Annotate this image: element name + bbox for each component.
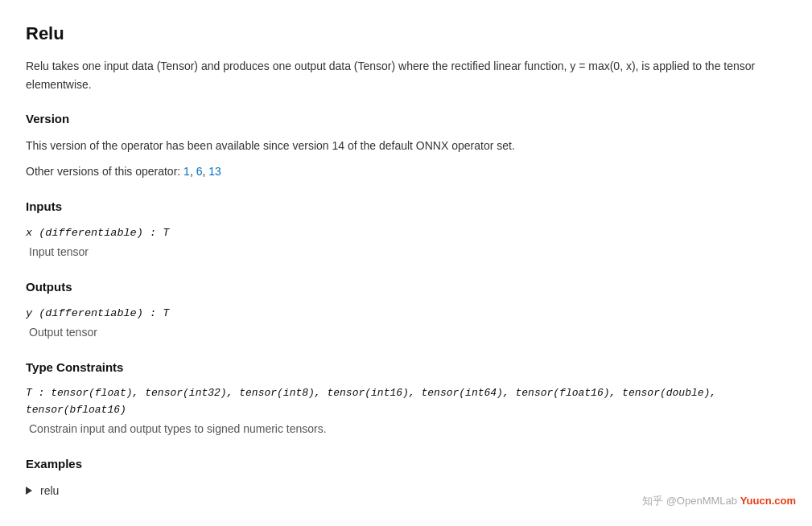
type-constraints-heading: Type Constraints — [26, 358, 786, 377]
page-title: Relu — [26, 19, 786, 47]
output-item: y (differentiable) : T Output tensor — [26, 305, 786, 342]
outputs-section: Outputs y (differentiable) : T Output te… — [26, 277, 786, 342]
description-text: Relu takes one input data (Tensor) and p… — [26, 57, 786, 93]
other-versions: Other versions of this operator: 1, 6, 1… — [26, 162, 786, 180]
output-description: Output tensor — [26, 323, 786, 341]
version-link-1[interactable]: 1 — [183, 165, 190, 178]
type-constraints-section: Type Constraints T : tensor(float), tens… — [26, 358, 786, 438]
type-constraint-item: T : tensor(float), tensor(int32), tensor… — [26, 385, 786, 438]
input-signature: x (differentiable) : T — [26, 224, 786, 242]
version-heading: Version — [26, 109, 786, 129]
type-constraint-signature: T : tensor(float), tensor(int32), tensor… — [26, 385, 786, 419]
version-link-13[interactable]: 13 — [208, 165, 221, 178]
example-label: relu — [40, 482, 59, 499]
example-item-relu[interactable]: relu — [26, 482, 786, 499]
version-link-6[interactable]: 6 — [196, 165, 203, 178]
outputs-heading: Outputs — [26, 277, 786, 297]
version-current-text: This version of the operator has been av… — [26, 137, 786, 154]
expand-icon — [26, 487, 32, 495]
inputs-section: Inputs x (differentiable) : T Input tens… — [26, 197, 786, 261]
input-description: Input tensor — [26, 243, 786, 261]
type-constraint-description: Constrain input and output types to sign… — [26, 420, 786, 438]
examples-section: Examples relu — [26, 454, 786, 499]
output-signature: y (differentiable) : T — [26, 305, 786, 323]
examples-heading: Examples — [26, 454, 786, 474]
version-section: Version This version of the operator has… — [26, 109, 786, 181]
inputs-heading: Inputs — [26, 197, 786, 216]
input-item: x (differentiable) : T Input tensor — [26, 224, 786, 261]
